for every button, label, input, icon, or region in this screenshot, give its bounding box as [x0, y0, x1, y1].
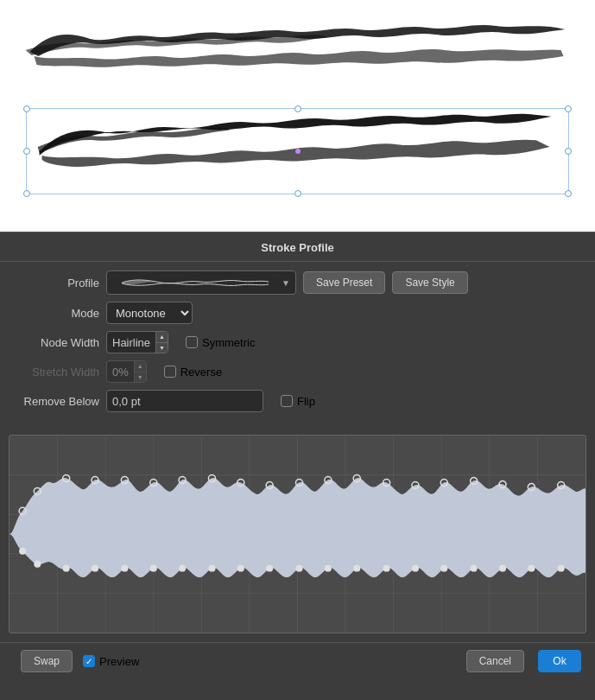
stroke-preview-top [17, 17, 578, 86]
reverse-checkbox-box [164, 366, 176, 378]
svg-point-43 [208, 565, 215, 572]
flip-label: Flip [297, 395, 315, 408]
selection-handle-tr[interactable] [565, 105, 572, 112]
symmetric-checkbox-box [186, 336, 198, 348]
profile-dropdown[interactable]: ▼ [106, 270, 296, 295]
selection-handle-tm[interactable] [294, 105, 301, 112]
svg-point-44 [237, 565, 244, 572]
dialog-footer: Swap ✓ Preview Cancel Ok [0, 642, 595, 679]
stretch-width-down: ▼ [135, 372, 146, 384]
stroke-graph[interactable] [9, 435, 586, 633]
preview-checkbox[interactable]: ✓ Preview [83, 655, 139, 668]
center-point [295, 149, 301, 154]
swap-button[interactable]: Swap [21, 650, 73, 672]
stretch-width-label: Stretch Width [17, 366, 99, 379]
flip-checkbox[interactable]: Flip [281, 395, 315, 408]
svg-point-41 [150, 565, 157, 572]
canvas-area [0, 0, 595, 233]
svg-point-39 [92, 565, 98, 572]
ok-button[interactable]: Ok [538, 650, 581, 672]
preview-label: Preview [99, 655, 139, 668]
svg-point-38 [63, 565, 70, 572]
svg-point-48 [353, 565, 360, 572]
selection-handle-tl[interactable] [23, 105, 30, 112]
svg-point-37 [34, 561, 41, 568]
stretch-width-row: Stretch Width 0% ▲ ▼ Reverse [17, 360, 578, 383]
save-style-button[interactable]: Save Style [392, 271, 467, 294]
preview-checkbox-box: ✓ [83, 655, 95, 667]
selection-handle-mr[interactable] [565, 148, 572, 155]
node-width-row: Node Width Hairline ▲ ▼ Symmetric [17, 331, 578, 353]
profile-dropdown-arrow: ▼ [282, 278, 290, 288]
node-width-up[interactable]: ▲ [156, 331, 168, 343]
svg-point-53 [499, 565, 506, 572]
svg-point-46 [295, 565, 302, 572]
svg-point-47 [325, 565, 332, 572]
svg-point-51 [440, 565, 447, 572]
mode-row: Mode Monotone [17, 302, 578, 324]
node-width-spinner[interactable]: Hairline ▲ ▼ [106, 331, 168, 353]
footer-right: Cancel Ok [459, 650, 581, 672]
symmetric-label: Symmetric [202, 336, 255, 349]
svg-point-42 [179, 565, 186, 572]
selection-handle-br[interactable] [565, 190, 572, 197]
stretch-width-spinner: 0% ▲ ▼ [106, 360, 147, 383]
dialog-body: Profile ▼ Save Preset Save Style Mode Mo… [0, 262, 595, 428]
stroke-profile-dialog: Stroke Profile Profile ▼ Save Preset Sav… [0, 232, 595, 700]
footer-left: Swap ✓ Preview [14, 650, 156, 672]
cancel-button[interactable]: Cancel [466, 650, 524, 672]
stretch-width-value: 0% [107, 366, 134, 379]
svg-point-54 [528, 565, 535, 572]
selection-handle-ml[interactable] [23, 148, 30, 155]
reverse-checkbox[interactable]: Reverse [164, 366, 222, 379]
flip-checkbox-box [281, 395, 293, 407]
profile-row: Profile ▼ Save Preset Save Style [17, 270, 578, 295]
stroke-preview-selected[interactable] [26, 108, 569, 194]
mode-label: Mode [17, 307, 99, 320]
graph-svg [9, 436, 586, 633]
svg-point-50 [412, 565, 419, 572]
node-width-arrows: ▲ ▼ [155, 331, 168, 353]
profile-stroke-preview [112, 277, 278, 289]
mode-select[interactable]: Monotone [106, 302, 193, 324]
symmetric-checkbox[interactable]: Symmetric [186, 336, 255, 349]
selection-handle-bl[interactable] [23, 190, 30, 197]
preview-checkmark: ✓ [85, 657, 92, 666]
svg-point-36 [19, 548, 26, 555]
svg-point-40 [121, 565, 128, 572]
profile-label: Profile [17, 277, 99, 290]
save-preset-button[interactable]: Save Preset [303, 271, 385, 294]
stretch-width-arrows: ▲ ▼ [134, 360, 146, 383]
selection-handle-bm[interactable] [294, 190, 301, 197]
remove-below-row: Remove Below Flip [17, 390, 578, 412]
svg-point-52 [471, 565, 478, 572]
dialog-title: Stroke Profile [0, 232, 595, 262]
node-width-value: Hairline [107, 336, 155, 349]
svg-point-55 [558, 565, 565, 572]
reverse-label: Reverse [180, 366, 222, 379]
node-width-down[interactable]: ▼ [156, 343, 168, 354]
svg-point-45 [266, 565, 273, 572]
stretch-width-up: ▲ [135, 360, 146, 372]
remove-below-label: Remove Below [17, 395, 99, 408]
svg-point-49 [383, 565, 390, 572]
remove-below-input[interactable] [106, 390, 263, 412]
node-width-label: Node Width [17, 336, 99, 349]
